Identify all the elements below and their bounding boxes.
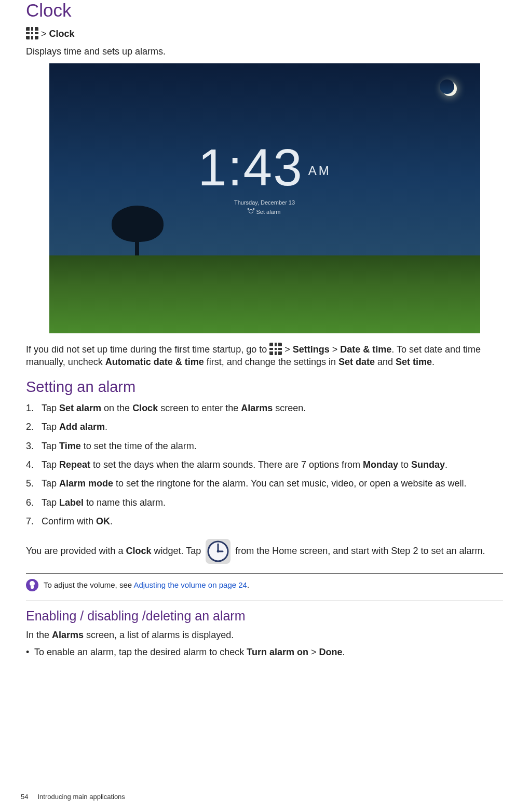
page-title: Clock: [26, 0, 503, 21]
step-3: 3. Tap Time to set the time of the alarm…: [26, 440, 503, 452]
ok-bold: OK: [96, 516, 110, 526]
intro-text: Displays time and sets up alarms.: [26, 45, 503, 58]
text: to name this alarm.: [84, 497, 166, 508]
step-number: 7.: [26, 515, 42, 527]
set-alarm-bold: Set alarm: [59, 403, 101, 413]
moon-icon: [442, 82, 457, 96]
step-number: 6.: [26, 496, 42, 509]
text: In the: [26, 630, 52, 640]
date-time-label: Date & time: [340, 344, 391, 355]
alarms-bold: Alarms: [52, 630, 84, 640]
set-time-label: Set time: [396, 357, 432, 367]
apps-grid-icon: [26, 27, 38, 39]
bullet-dot: •: [26, 647, 34, 658]
auto-date-time-label: Automatic date & time: [105, 357, 204, 367]
text: screen.: [273, 403, 306, 413]
apps-grid-icon: [269, 343, 282, 355]
alarms-bold: Alarms: [241, 403, 273, 413]
setup-time-paragraph: If you did not set up time during the fi…: [26, 343, 503, 369]
step-2: 2. Tap Add alarm.: [26, 421, 503, 433]
footer-section: Introducing main applications: [37, 793, 125, 801]
text: Tap: [42, 441, 59, 451]
text: .: [105, 422, 107, 432]
breadcrumb-sep: >: [38, 29, 49, 39]
tree-silhouette: [106, 210, 169, 255]
settings-label: Settings: [293, 344, 330, 355]
tip-note: To adjust the volume, see Adjusting the …: [26, 579, 503, 591]
clock-bold: Clock: [126, 546, 151, 556]
set-date-label: Set date: [338, 357, 375, 367]
repeat-bold: Repeat: [59, 459, 90, 470]
text: To adjust the volume, see: [44, 580, 133, 589]
text: Tap: [42, 422, 59, 432]
clock-bold: Clock: [132, 403, 158, 413]
step-number: 1.: [26, 402, 42, 414]
monday-bold: Monday: [363, 459, 398, 470]
text: Tap: [42, 403, 59, 413]
clock-app-screenshot: 1:43AM Thursday, December 13 Set alarm: [49, 63, 480, 333]
text: .: [342, 647, 345, 657]
clock-ampm: AM: [308, 164, 331, 178]
done-bold: Done: [319, 647, 342, 657]
bullet-enable-alarm: • To enable an alarm, tap the desired al…: [26, 647, 503, 658]
step-number: 2.: [26, 421, 42, 433]
text: .: [432, 357, 435, 367]
step-7: 7. Confirm with OK.: [26, 515, 503, 527]
clock-widget-icon: [206, 539, 230, 564]
text: Tap: [42, 478, 59, 489]
text: To enable an alarm, tap the desired alar…: [34, 647, 247, 657]
separator: [26, 573, 503, 574]
step-number: 4.: [26, 458, 42, 471]
svg-point-3: [217, 550, 220, 553]
text: to set the days when the alarm sounds. T…: [90, 459, 363, 470]
step-number: 5.: [26, 477, 42, 490]
breadcrumb: > Clock: [26, 27, 503, 40]
add-alarm-bold: Add alarm: [59, 422, 105, 432]
step-6: 6. Tap Label to name this alarm.: [26, 496, 503, 509]
text: Confirm with: [42, 516, 96, 526]
step-5: 5. Tap Alarm mode to set the ringtone fo…: [26, 477, 503, 490]
text: >: [330, 344, 341, 355]
text: You are provided with a: [26, 546, 126, 556]
alarm-clock-icon: [248, 209, 254, 214]
text: screen, a list of alarms is displayed.: [84, 630, 234, 640]
text: to set the ringtone for the alarm. You c…: [113, 478, 466, 489]
text: Tap: [42, 497, 59, 508]
clock-time-display: 1:43AM: [49, 141, 480, 193]
text: on the: [101, 403, 132, 413]
text: to: [398, 459, 411, 470]
sunday-bold: Sunday: [411, 459, 445, 470]
text: >: [308, 647, 319, 657]
label-bold: Label: [59, 497, 84, 508]
text: to set the time of the alarm.: [81, 441, 197, 451]
page-number: 54: [21, 793, 28, 801]
enable-disable-heading: Enabling / disabling /deleting an alarm: [26, 608, 503, 624]
text: Tap: [42, 459, 59, 470]
time-bold: Time: [59, 441, 81, 451]
clock-time-value: 1:43: [198, 141, 303, 193]
set-alarm-label: Set alarm: [256, 209, 280, 215]
separator: [26, 601, 503, 601]
clock-widget-paragraph: You are provided with a Clock widget. Ta…: [26, 539, 503, 564]
enable-intro: In the Alarms screen, a list of alarms i…: [26, 629, 503, 641]
text: widget. Tap: [152, 546, 204, 556]
text: .: [247, 580, 249, 589]
alarm-mode-bold: Alarm mode: [59, 478, 113, 489]
text: from the Home screen, and start with Ste…: [233, 546, 485, 556]
step-1: 1. Tap Set alarm on the Clock screen to …: [26, 402, 503, 414]
text: first, and change the settings in: [204, 357, 338, 367]
text: If you did not set up time during the fi…: [26, 344, 269, 355]
text: >: [282, 344, 293, 355]
volume-link[interactable]: Adjusting the volume on page 24: [133, 580, 247, 589]
setting-alarm-heading: Setting an alarm: [26, 378, 503, 396]
page-footer: 54Introducing main applications: [21, 793, 125, 801]
step-number: 3.: [26, 440, 42, 452]
text: .: [110, 516, 113, 526]
turn-alarm-on-bold: Turn alarm on: [247, 647, 308, 657]
step-4: 4. Tap Repeat to set the days when the a…: [26, 458, 503, 471]
clock-date: Thursday, December 13: [49, 199, 480, 206]
text: and: [375, 357, 396, 367]
lightbulb-icon: [26, 579, 38, 591]
text: .: [445, 459, 447, 470]
breadcrumb-app: Clock: [49, 29, 75, 39]
